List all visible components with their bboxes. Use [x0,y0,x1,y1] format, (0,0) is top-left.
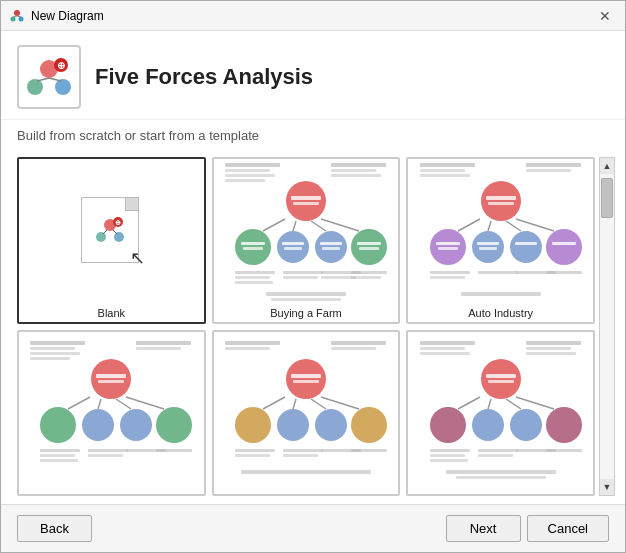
svg-rect-46 [283,276,318,279]
svg-rect-40 [357,242,381,245]
template-auto-industry[interactable]: Auto Industry [406,157,595,324]
svg-rect-20 [225,163,280,167]
svg-rect-25 [331,169,376,172]
header: ⊕ Five Forces Analysis [1,31,625,120]
svg-rect-101 [88,449,128,452]
svg-line-106 [98,399,101,409]
svg-line-52 [293,221,296,231]
svg-text:⊕: ⊕ [57,60,65,71]
close-button[interactable]: ✕ [593,7,617,25]
scroll-down-button[interactable]: ▼ [600,479,614,495]
svg-rect-41 [359,247,379,250]
svg-line-128 [311,399,326,409]
template5-diagram [221,337,391,482]
svg-line-81 [488,221,491,231]
template-5[interactable] [212,330,401,497]
svg-rect-63 [486,196,516,200]
svg-rect-61 [526,169,571,172]
auto-industry-diagram [416,159,586,304]
back-button[interactable]: Back [17,515,92,542]
svg-point-71 [510,231,542,263]
svg-rect-90 [136,347,181,350]
svg-rect-131 [420,341,475,345]
blank-preview: ⊕ ↖ [19,159,204,304]
svg-point-117 [277,409,309,441]
svg-rect-77 [478,271,518,274]
next-button[interactable]: Next [446,515,521,542]
subtitle: Build from scratch or start from a templ… [1,120,625,149]
svg-line-105 [68,397,90,409]
svg-rect-26 [331,174,381,177]
svg-point-116 [235,407,271,443]
svg-rect-123 [283,454,318,457]
svg-rect-138 [486,374,516,378]
svg-line-80 [458,219,480,231]
new-diagram-dialog: New Diagram ✕ ⊕ Five Forces Analysis Bui… [0,0,626,553]
scrollbar: ▲ ▼ [599,157,615,496]
svg-rect-111 [331,341,386,345]
svg-rect-44 [235,281,273,284]
auto-industry-preview [408,159,593,304]
template-grid: ⊕ ↖ Blank [17,157,595,496]
svg-rect-28 [291,196,321,200]
svg-rect-57 [420,163,475,167]
svg-line-82 [506,221,521,231]
svg-rect-112 [331,347,376,350]
svg-point-91 [91,359,131,399]
scrollbar-track [600,174,614,479]
svg-point-113 [286,359,326,399]
template-4[interactable] [17,330,206,497]
scroll-up-button[interactable]: ▲ [600,158,614,174]
svg-rect-136 [526,352,576,355]
svg-rect-32 [243,247,263,250]
svg-line-9 [37,78,49,81]
svg-rect-93 [98,380,124,383]
svg-rect-37 [320,242,342,245]
five-forces-icon: ⊕ [23,51,75,103]
svg-line-126 [263,397,285,409]
svg-line-83 [516,219,554,231]
auto-industry-label: Auto Industry [408,304,593,322]
svg-rect-72 [515,242,537,245]
svg-rect-45 [283,271,323,274]
svg-point-8 [55,79,71,95]
template-6[interactable] [406,330,595,497]
svg-line-19 [113,230,117,234]
template4-preview [19,332,204,489]
titlebar-title: New Diagram [31,9,593,23]
svg-rect-35 [284,247,302,250]
template4-diagram [26,337,196,482]
template5-label [214,488,399,494]
svg-rect-144 [430,449,470,452]
svg-rect-139 [488,380,514,383]
cancel-button[interactable]: Cancel [527,515,609,542]
svg-rect-130 [241,470,371,474]
svg-rect-42 [235,271,275,274]
svg-line-54 [321,219,359,231]
svg-rect-133 [420,352,470,355]
svg-rect-38 [322,247,340,250]
svg-point-119 [351,407,387,443]
buying-a-farm-preview [214,159,399,304]
svg-rect-21 [225,169,270,172]
svg-point-15 [114,232,124,242]
dialog-title: Five Forces Analysis [95,64,313,90]
scrollbar-thumb[interactable] [601,178,613,218]
svg-rect-148 [478,454,513,457]
svg-rect-70 [479,247,497,250]
template-buying-a-farm[interactable]: Buying a Farm [212,157,401,324]
svg-rect-31 [241,242,265,245]
svg-line-5 [17,16,21,17]
svg-rect-79 [546,271,582,274]
template-blank[interactable]: ⊕ ↖ Blank [17,157,206,324]
svg-rect-98 [40,449,80,452]
svg-point-95 [82,409,114,441]
svg-rect-89 [136,341,191,345]
svg-rect-55 [266,292,346,296]
svg-rect-132 [420,347,465,350]
svg-rect-34 [282,242,304,245]
svg-rect-75 [430,271,470,274]
svg-rect-60 [526,163,581,167]
svg-rect-92 [96,374,126,378]
svg-point-140 [430,407,466,443]
